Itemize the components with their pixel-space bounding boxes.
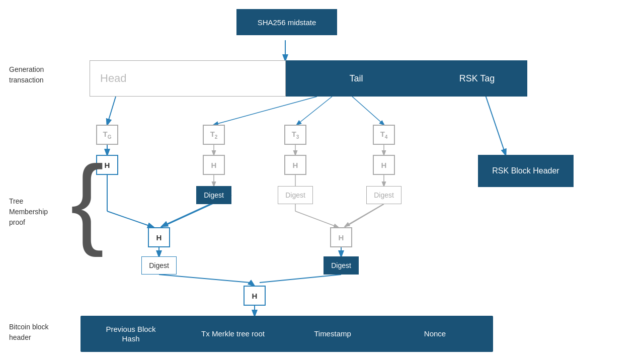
btc-cell-nonce: Nonce [379, 318, 491, 349]
svg-line-18 [260, 275, 341, 283]
svg-line-9 [107, 211, 153, 227]
svg-line-17 [159, 275, 250, 283]
btc-cell-prev-hash: Previous BlockHash [83, 318, 179, 349]
digest-mid-node: Digest [141, 256, 177, 275]
svg-line-25 [352, 97, 384, 125]
svg-line-14 [295, 211, 338, 227]
generation-tx-label: Generationtransaction [9, 64, 74, 85]
digest-right-node: Digest [324, 256, 359, 275]
bitcoin-block-header-row: Previous BlockHash Tx Merkle tree root T… [80, 316, 493, 352]
h-root-node: H [244, 286, 266, 306]
svg-line-13 [345, 204, 384, 227]
btc-cell-timestamp: Timestamp [287, 318, 378, 349]
rsk-block-header-box: RSK Block Header [478, 155, 574, 187]
svg-line-23 [214, 97, 317, 125]
h4-node: H [373, 155, 395, 175]
rsk-block-header-label: RSK Block Header [492, 166, 559, 175]
svg-line-21 [483, 88, 506, 155]
t3-node: T3 [284, 125, 306, 145]
bitcoin-block-header-label: Bitcoin blockheader [9, 322, 69, 343]
h-right-node: H [330, 227, 352, 247]
digest2-node: Digest [196, 186, 231, 204]
svg-line-15 [345, 204, 383, 226]
tg-node: TG [96, 125, 118, 145]
tree-membership-label: TreeMembershipproof [9, 196, 64, 228]
gen-tx-head: Head [90, 60, 286, 97]
h3-node: H [284, 155, 306, 175]
sha256-midstate-box: SHA256 midstate [236, 9, 337, 35]
gen-tx-rsk-tag: RSK Tag [427, 60, 527, 97]
t2-node: T2 [203, 125, 225, 145]
svg-line-22 [107, 97, 116, 125]
btc-cell-merkle: Tx Merkle tree root [180, 318, 286, 349]
svg-line-24 [297, 97, 332, 125]
digest4-node: Digest [366, 186, 401, 204]
h2-node: H [203, 155, 225, 175]
gen-tx-tail: Tail [286, 60, 427, 97]
head-label: Head [100, 72, 127, 85]
t4-node: T4 [373, 125, 395, 145]
tail-label: Tail [349, 73, 363, 84]
digest3-node: Digest [278, 186, 313, 204]
tree-membership-brace: { [70, 151, 104, 251]
rsk-tag-label: RSK Tag [459, 73, 495, 84]
sha256-midstate-label: SHA256 midstate [258, 18, 316, 27]
h-mid-node: H [148, 227, 170, 247]
